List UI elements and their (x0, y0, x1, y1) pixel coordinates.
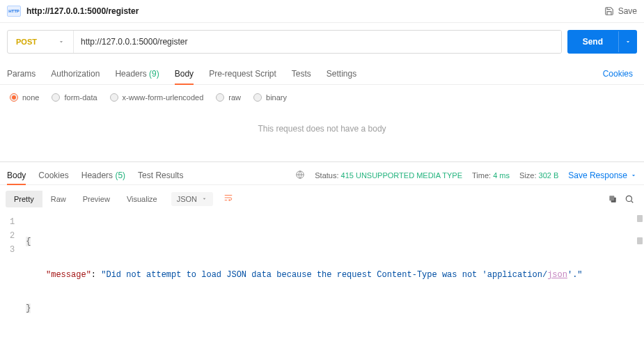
chevron-down-icon (201, 196, 207, 202)
scroll-marker (637, 237, 643, 244)
copy-icon[interactable] (608, 194, 618, 204)
tab-authorization[interactable]: Authorization (51, 63, 100, 84)
radio-dot-icon (110, 93, 118, 102)
http-badge-icon: HTTP (7, 6, 21, 17)
response-body-editor[interactable]: 1 2 3 { "message": "Did not attempt to l… (0, 212, 644, 348)
chevron-down-icon (625, 38, 631, 45)
view-visualize[interactable]: Visualize (118, 191, 166, 207)
cookies-link[interactable]: Cookies (603, 69, 637, 79)
wrap-lines-button[interactable] (219, 189, 238, 208)
radio-urlencoded[interactable]: x-www-form-urlencoded (110, 93, 204, 102)
send-dropdown[interactable] (618, 31, 637, 52)
globe-icon[interactable] (295, 170, 305, 181)
chevron-down-icon (58, 38, 65, 45)
chevron-down-icon (630, 172, 637, 179)
svg-line-4 (631, 200, 634, 203)
response-meta: Status: 415 UNSUPPORTED MEDIA TYPE Time:… (295, 170, 637, 181)
view-preview[interactable]: Preview (74, 191, 118, 207)
view-pretty[interactable]: Pretty (6, 191, 42, 207)
url-input[interactable] (74, 31, 561, 53)
method-select[interactable]: POST (8, 31, 74, 53)
save-icon (604, 6, 614, 16)
status-value: 415 UNSUPPORTED MEDIA TYPE (341, 171, 462, 180)
view-mode-group: Pretty Raw Preview Visualize (6, 191, 166, 207)
response-tabs: Body Cookies Headers (5) Test Results St… (0, 162, 644, 185)
time-value: 4 ms (493, 171, 510, 180)
body-type-radios: none form-data x-www-form-urlencoded raw… (0, 85, 644, 110)
response-code: { "message": "Did not attempt to load JS… (22, 212, 586, 338)
resp-tab-headers[interactable]: Headers (5) (81, 166, 125, 184)
tab-params[interactable]: Params (7, 63, 36, 84)
save-response-button[interactable]: Save Response (568, 171, 637, 180)
save-button[interactable]: Save (604, 6, 637, 16)
radio-raw[interactable]: raw (216, 93, 241, 102)
tab-body[interactable]: Body (175, 63, 194, 84)
svg-point-3 (626, 196, 631, 201)
no-body-message: This request does not have a body (0, 110, 644, 161)
method-url-group: POST (7, 30, 562, 54)
line-gutter: 1 2 3 (0, 212, 22, 338)
resp-tab-cookies[interactable]: Cookies (38, 166, 68, 184)
size-value: 302 B (539, 171, 559, 180)
radio-dot-icon (253, 93, 262, 102)
send-label: Send (567, 30, 618, 54)
wrap-icon (223, 193, 233, 203)
svg-rect-2 (609, 196, 614, 200)
response-panel: Body Cookies Headers (5) Test Results St… (0, 161, 644, 348)
radio-dot-icon (10, 93, 18, 102)
tab-prerequest[interactable]: Pre-request Script (209, 63, 276, 84)
search-icon[interactable] (625, 194, 634, 204)
response-view-toolbar: Pretty Raw Preview Visualize JSON (0, 185, 644, 212)
resp-tab-test-results[interactable]: Test Results (138, 166, 183, 184)
view-raw[interactable]: Raw (42, 191, 74, 207)
radio-none[interactable]: none (10, 93, 39, 102)
request-title: http://127.0.0.1:5000/register (26, 6, 599, 16)
tab-tests[interactable]: Tests (292, 63, 311, 84)
method-value: POST (16, 38, 37, 46)
request-tabs: Params Authorization Headers (9) Body Pr… (0, 61, 644, 85)
save-label: Save (618, 6, 637, 16)
radio-dot-icon (52, 93, 60, 102)
scroll-marker (637, 215, 643, 222)
format-select[interactable]: JSON (171, 192, 213, 206)
send-button[interactable]: Send (567, 30, 637, 54)
radio-dot-icon (216, 93, 224, 102)
request-tab-header: HTTP http://127.0.0.1:5000/register Save (0, 0, 644, 23)
tab-settings[interactable]: Settings (327, 63, 356, 84)
radio-binary[interactable]: binary (253, 93, 287, 102)
request-row: POST Send (0, 23, 644, 61)
radio-form-data[interactable]: form-data (52, 93, 97, 102)
resp-tab-body[interactable]: Body (7, 166, 26, 184)
tab-headers[interactable]: Headers (9) (115, 63, 159, 84)
